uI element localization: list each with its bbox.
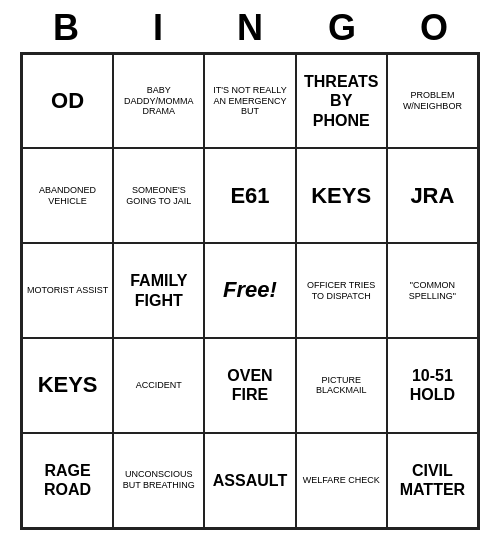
bingo-cell-19: 10-51 HOLD (387, 338, 478, 433)
bingo-cell-16: ACCIDENT (113, 338, 204, 433)
bingo-letter-n: N (204, 8, 296, 48)
bingo-cell-5: ABANDONED VEHICLE (22, 148, 113, 243)
bingo-cell-13: OFFICER TRIES TO DISPATCH (296, 243, 387, 338)
bingo-cell-17: OVEN FIRE (204, 338, 295, 433)
bingo-grid: ODBABY DADDY/MOMMA DRAMAIT'S NOT REALLY … (20, 52, 480, 530)
bingo-letter-b: B (20, 8, 112, 48)
bingo-cell-9: JRA (387, 148, 478, 243)
bingo-cell-24: CIVIL MATTER (387, 433, 478, 528)
bingo-cell-14: "COMMON SPELLING" (387, 243, 478, 338)
bingo-cell-11: FAMILY FIGHT (113, 243, 204, 338)
bingo-cell-4: PROBLEM W/NEIGHBOR (387, 54, 478, 149)
bingo-cell-20: RAGE ROAD (22, 433, 113, 528)
bingo-cell-8: KEYS (296, 148, 387, 243)
bingo-cell-3: THREATS BY PHONE (296, 54, 387, 149)
bingo-cell-7: E61 (204, 148, 295, 243)
bingo-cell-22: ASSAULT (204, 433, 295, 528)
bingo-letter-i: I (112, 8, 204, 48)
bingo-cell-0: OD (22, 54, 113, 149)
bingo-cell-10: MOTORIST ASSIST (22, 243, 113, 338)
bingo-cell-2: IT'S NOT REALLY AN EMERGENCY BUT (204, 54, 295, 149)
bingo-letter-o: O (388, 8, 480, 48)
bingo-cell-23: WELFARE CHECK (296, 433, 387, 528)
bingo-cell-1: BABY DADDY/MOMMA DRAMA (113, 54, 204, 149)
bingo-cell-15: KEYS (22, 338, 113, 433)
bingo-cell-12: Free! (204, 243, 295, 338)
bingo-cell-21: UNCONSCIOUS BUT BREATHING (113, 433, 204, 528)
bingo-cell-18: PICTURE BLACKMAIL (296, 338, 387, 433)
bingo-letter-g: G (296, 8, 388, 48)
bingo-header: BINGO (20, 8, 480, 48)
bingo-cell-6: SOMEONE'S GOING TO JAIL (113, 148, 204, 243)
